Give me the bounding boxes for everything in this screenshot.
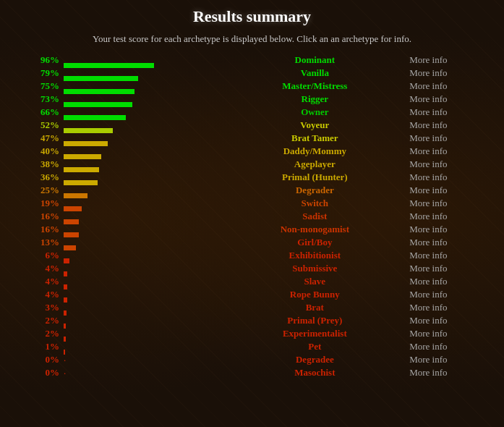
percent-cell: 79% [14, 67, 64, 80]
table-row: 2%Primal (Prey)More info [14, 314, 490, 327]
archetype-name[interactable]: Experimentalist [228, 327, 403, 340]
archetype-name[interactable]: Sadist [228, 210, 403, 223]
more-info-link[interactable]: More info [402, 106, 490, 119]
archetype-name[interactable]: Ageplayer [228, 158, 403, 171]
bar-cell [64, 275, 228, 288]
bar-cell [64, 301, 228, 314]
percent-cell: 96% [14, 54, 64, 67]
table-row: 4%SubmissiveMore info [14, 262, 490, 275]
percent-cell: 4% [14, 275, 64, 288]
table-row: 0%·MasochistMore info [14, 366, 490, 379]
percent-cell: 75% [14, 80, 64, 93]
table-row: 47%Brat TamerMore info [14, 132, 490, 145]
more-info-link[interactable]: More info [402, 223, 490, 236]
archetype-name[interactable]: Switch [228, 197, 403, 210]
archetype-name[interactable]: Primal (Hunter) [228, 171, 403, 184]
bar-cell [64, 340, 228, 353]
more-info-link[interactable]: More info [402, 184, 490, 197]
page-subtitle: Your test score for each archetype is di… [14, 33, 490, 45]
more-info-link[interactable]: More info [402, 80, 490, 93]
percent-cell: 2% [14, 314, 64, 327]
table-row: 16%SadistMore info [14, 210, 490, 223]
archetype-name[interactable]: Daddy/Mommy [228, 145, 403, 158]
bar-cell [64, 236, 228, 249]
percent-cell: 47% [14, 132, 64, 145]
archetype-name[interactable]: Brat [228, 301, 403, 314]
more-info-link[interactable]: More info [402, 171, 490, 184]
percent-cell: 6% [14, 249, 64, 262]
archetype-name[interactable]: Rigger [228, 93, 403, 106]
archetype-name[interactable]: Degrader [228, 184, 403, 197]
archetype-name[interactable]: Dominant [228, 54, 403, 67]
bar-cell [64, 249, 228, 262]
bar-cell [64, 54, 228, 67]
percent-cell: 0% [14, 353, 64, 366]
table-row: 96%DominantMore info [14, 54, 490, 67]
more-info-link[interactable]: More info [402, 145, 490, 158]
bar-cell [64, 314, 228, 327]
more-info-link[interactable]: More info [402, 340, 490, 353]
archetype-name[interactable]: Masochist [228, 366, 403, 379]
table-row: 75%Master/MistressMore info [14, 80, 490, 93]
more-info-link[interactable]: More info [402, 236, 490, 249]
more-info-link[interactable]: More info [402, 249, 490, 262]
more-info-link[interactable]: More info [402, 119, 490, 132]
bar-cell [64, 327, 228, 340]
percent-cell: 16% [14, 223, 64, 236]
bar-cell [64, 158, 228, 171]
archetype-name[interactable]: Exhibitionist [228, 249, 403, 262]
archetype-name[interactable]: Master/Mistress [228, 80, 403, 93]
table-row: 38%AgeplayerMore info [14, 158, 490, 171]
archetype-name[interactable]: Voyeur [228, 119, 403, 132]
more-info-link[interactable]: More info [402, 132, 490, 145]
archetype-name[interactable]: Owner [228, 106, 403, 119]
archetype-name[interactable]: Submissive [228, 262, 403, 275]
table-row: 2%ExperimentalistMore info [14, 327, 490, 340]
archetype-name[interactable]: Pet [228, 340, 403, 353]
bar-cell [64, 93, 228, 106]
table-row: 40%Daddy/MommyMore info [14, 145, 490, 158]
percent-cell: 36% [14, 171, 64, 184]
table-row: 25%DegraderMore info [14, 184, 490, 197]
bar-cell [64, 67, 228, 80]
results-table: 96%DominantMore info79%VanillaMore info7… [14, 54, 490, 379]
table-row: 4%Rope BunnyMore info [14, 288, 490, 301]
more-info-link[interactable]: More info [402, 275, 490, 288]
percent-cell: 66% [14, 106, 64, 119]
table-row: 66%OwnerMore info [14, 106, 490, 119]
more-info-link[interactable]: More info [402, 210, 490, 223]
percent-cell: 3% [14, 301, 64, 314]
more-info-link[interactable]: More info [402, 67, 490, 80]
bar-cell [64, 119, 228, 132]
archetype-name[interactable]: Rope Bunny [228, 288, 403, 301]
percent-cell: 13% [14, 236, 64, 249]
table-row: 3%BratMore info [14, 301, 490, 314]
archetype-name[interactable]: Slave [228, 275, 403, 288]
bar-cell [64, 262, 228, 275]
archetype-name[interactable]: Girl/Boy [228, 236, 403, 249]
bar-cell [64, 184, 228, 197]
more-info-link[interactable]: More info [402, 158, 490, 171]
archetype-name[interactable]: Brat Tamer [228, 132, 403, 145]
bar-cell [64, 80, 228, 93]
more-info-link[interactable]: More info [402, 54, 490, 67]
archetype-name[interactable]: Degradee [228, 353, 403, 366]
archetype-name[interactable]: Primal (Prey) [228, 314, 403, 327]
more-info-link[interactable]: More info [402, 327, 490, 340]
bar-cell: · [64, 366, 228, 379]
table-row: 73%RiggerMore info [14, 93, 490, 106]
more-info-link[interactable]: More info [402, 93, 490, 106]
more-info-link[interactable]: More info [402, 301, 490, 314]
more-info-link[interactable]: More info [402, 314, 490, 327]
archetype-name[interactable]: Non-monogamist [228, 223, 403, 236]
more-info-link[interactable]: More info [402, 366, 490, 379]
archetype-name[interactable]: Vanilla [228, 67, 403, 80]
table-row: 1%PetMore info [14, 340, 490, 353]
bar-cell [64, 106, 228, 119]
bar-cell [64, 171, 228, 184]
more-info-link[interactable]: More info [402, 262, 490, 275]
more-info-link[interactable]: More info [402, 197, 490, 210]
table-row: 0%·DegradeeMore info [14, 353, 490, 366]
more-info-link[interactable]: More info [402, 288, 490, 301]
more-info-link[interactable]: More info [402, 353, 490, 366]
